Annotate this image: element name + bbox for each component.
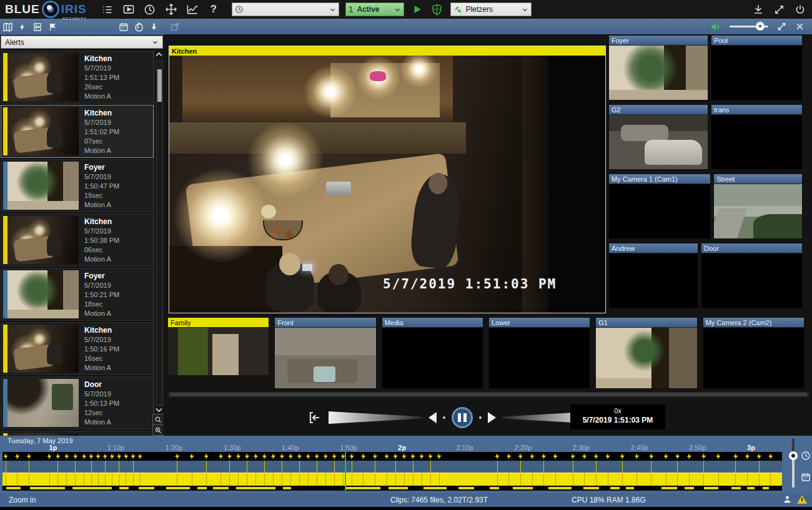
camera-tile[interactable]: Family [167,317,269,389]
remote-profile-dropdown[interactable]: Pletzers [450,2,532,16]
timeline-zoom-slider[interactable] [792,439,795,488]
calendar-icon[interactable] [116,21,131,33]
camera-tile[interactable]: Andrew [608,243,698,308]
alert-list-item[interactable]: Foyer 5/7/2019 1:50:21 PM 18sec Motion A [1,268,154,321]
thumbnail-scrollbar[interactable] [167,391,810,398]
scroll-down-icon[interactable] [154,405,164,414]
pause-button[interactable] [452,407,473,428]
pink-kettle [370,71,386,81]
user-icon[interactable] [783,494,792,504]
recording-notch [584,473,585,486]
camera-tile[interactable]: Foyer [608,35,708,101]
alert-trigger-type: Motion A [84,418,119,427]
clips-folder-icon[interactable] [0,21,15,33]
download-update-icon[interactable] [753,4,764,15]
timeline-zoom-knob[interactable] [789,451,798,460]
timeline-panel[interactable]: Tuesday, 7 May 2019 1p1:10p1:20p1:30p1:4… [0,436,812,493]
schedule-dropdown[interactable] [232,2,339,16]
clips-video-icon[interactable] [122,2,136,16]
maximize-viewer-icon[interactable] [777,22,786,31]
close-viewer-icon[interactable] [795,22,805,31]
help-icon[interactable]: ? [207,2,220,16]
alerts-bolt-icon[interactable] [15,21,30,33]
camera-tile-titlebar: My Camera 1 (Cam1) [609,174,710,184]
recording-notch [404,473,405,486]
timeline-recording-band[interactable] [2,473,782,486]
scrollbar-track[interactable] [156,60,163,406]
traffic-play-icon[interactable] [410,2,424,16]
clip-segment [213,487,229,489]
alert-marker-line [75,461,76,473]
alert-list-item[interactable]: Kitchen 5/7/2019 1:50:38 PM 06sec Motion… [1,213,154,267]
motion-bolt-icon [117,453,121,459]
scroll-up-icon[interactable] [154,50,164,59]
camera-tile[interactable]: My Camera 1 (Cam1) [608,174,711,239]
alert-list-item[interactable]: Door 5/7/2019 1:50:13 PM 12sec Motion A [1,376,154,429]
alert-list-item[interactable]: Kitchen 5/7/2019 1:50:16 PM 16sec Motion… [1,322,154,375]
timeline-playhead[interactable] [345,452,346,491]
alert-list-item[interactable] [1,431,154,436]
archive-server-icon[interactable] [30,21,45,33]
camera-tile[interactable]: Pool [711,35,803,101]
speaker-icon[interactable] [710,22,721,32]
phone-screen [302,264,312,271]
clip-filter-dropdown[interactable]: Alerts [1,36,163,49]
camera-tile-image [714,184,802,238]
fullscreen-icon[interactable] [774,4,785,15]
camera-tile-image [609,46,708,100]
camera-tile[interactable]: Media [382,317,483,389]
camera-tile[interactable]: G1 [595,317,697,389]
camera-tile[interactable]: trans [711,104,803,170]
camera-tile[interactable]: Street [713,174,803,239]
timeline-clock-icon[interactable] [801,451,811,461]
open-external-window-icon[interactable] [170,22,180,32]
jump-to-start-icon[interactable] [307,410,322,425]
ptz-move-icon[interactable] [164,2,178,16]
flag-icon[interactable] [45,21,60,33]
thumbnail-zoom-out-button[interactable] [152,414,164,425]
clip-list-icon[interactable] [101,2,114,16]
export-download-icon[interactable] [146,21,161,33]
thumbnail-scrollbar-thumb[interactable] [170,393,807,396]
main-video-titlebar: Kitchen [169,46,605,56]
alert-list-item[interactable]: Foyer 5/7/2019 1:50:47 PM 19sec Motion A [1,159,154,212]
scrollbar-thumb[interactable] [157,69,162,102]
timeline-tick-label: 2:10p [456,444,473,451]
warning-icon[interactable] [797,495,807,504]
reverse-speed-slider[interactable] [329,410,422,425]
profile-active-dropdown[interactable]: 1 Active [345,2,404,16]
timeline-track[interactable]: Tuesday, 7 May 2019 1p1:10p1:20p1:30p1:4… [2,436,782,493]
step-back-icon[interactable] [428,412,437,423]
recording-notch [317,473,317,486]
timeline-clip-segments[interactable] [2,486,782,491]
shield-icon[interactable] [430,2,444,16]
step-forward-icon[interactable] [488,412,496,423]
motion-bolt-icon [687,453,691,459]
power-icon[interactable] [795,4,806,15]
alert-time: 1:50:13 PM [84,399,119,408]
chevron-down-icon [152,39,159,46]
camera-tile[interactable]: Front [274,317,376,389]
thumbnail-zoom-in-button[interactable] [152,424,164,436]
alert-list-scrollbar[interactable] [154,50,164,436]
camera-tile[interactable]: Lower [488,317,590,389]
alert-thumbnail [3,270,79,318]
alert-list-item[interactable]: Kitchen 5/7/2019 1:51:02 PM 07sec Motion… [1,105,154,158]
timeline-motion-strip[interactable] [2,452,782,461]
camera-tile-image [489,328,590,388]
camera-tile[interactable]: My Camera 2 (Cam2) [703,317,805,389]
main-video-frame[interactable]: 5/7/2019 1:51:03 PM [169,56,605,313]
camera-tile[interactable]: G2 [608,104,708,170]
timeline-calendar-icon[interactable] [801,472,811,482]
timeline-clock-icon[interactable] [143,2,157,16]
volume-knob[interactable] [756,22,765,31]
counter-badge-icon[interactable]: 1 [131,21,146,33]
camera-tile[interactable]: Door [701,243,803,308]
alert-meta: Kitchen 5/7/2019 1:51:13 PM 26sec Motion… [84,53,119,101]
alert-list-item[interactable]: Kitchen 5/7/2019 1:51:13 PM 26sec Motion… [1,51,154,104]
main-video-panel[interactable]: Kitchen 5/7/2019 1:51 [169,46,606,313]
timeline-alert-band[interactable] [2,461,782,473]
motion-bolt-icon [373,453,377,459]
stats-graph-icon[interactable] [186,2,199,16]
volume-slider[interactable] [730,26,768,27]
